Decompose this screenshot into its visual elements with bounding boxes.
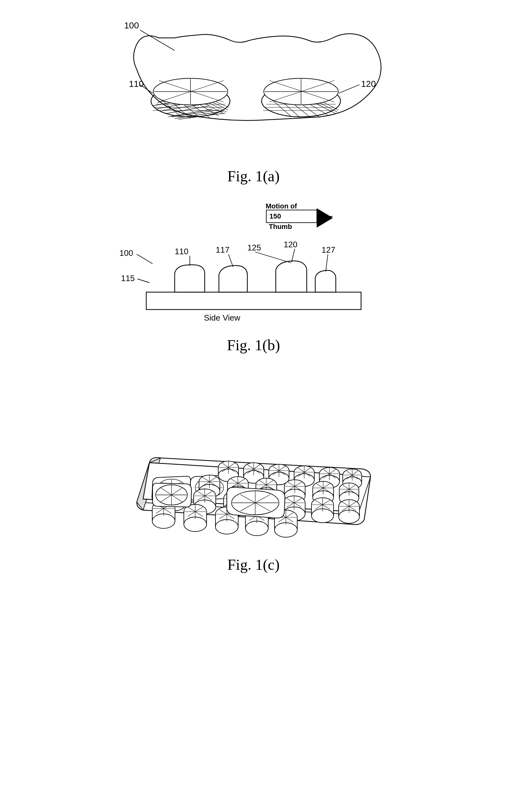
fig1c-label: Fig. 1(c)	[227, 556, 280, 573]
svg-line-0	[140, 30, 175, 51]
fig1c-section: Fig. 1(c)	[0, 363, 507, 583]
fig1a-section: 100 110 120	[0, 0, 507, 194]
svg-rect-54	[146, 292, 361, 309]
fig1a-label: Fig. 1(a)	[227, 167, 280, 185]
svg-point-281	[275, 523, 297, 537]
fig1b-label: Fig. 1(b)	[227, 336, 280, 354]
svg-line-59	[326, 254, 328, 272]
svg-line-48	[339, 84, 359, 93]
svg-line-53	[137, 279, 150, 283]
svg-point-263	[215, 520, 238, 534]
ref-120-label: 120	[361, 79, 376, 89]
fig1a-diagram: 100 110 120	[112, 13, 396, 164]
ref-115: 115	[121, 274, 134, 283]
thumb-text: Thumb	[269, 223, 292, 231]
svg-line-57	[255, 252, 291, 263]
ref-127: 127	[322, 245, 335, 254]
svg-line-52	[137, 254, 153, 264]
svg-marker-50	[317, 209, 333, 227]
motion-of-text: Motion of	[266, 202, 297, 210]
svg-line-56	[228, 254, 233, 267]
ref-100-label: 100	[124, 20, 139, 30]
page-container: 100 110 120	[0, 0, 507, 812]
ref-117: 117	[216, 245, 229, 254]
side-view-text: Side View	[204, 313, 240, 323]
svg-point-272	[245, 521, 268, 536]
fig1b-diagram: 150 Motion of Thumb 100 115	[112, 200, 396, 333]
fig1b-svg: 150 Motion of Thumb 100 115	[112, 200, 396, 333]
fig1c-diagram	[112, 369, 396, 553]
ref-110-b: 110	[175, 247, 188, 256]
fig1b-section: 150 Motion of Thumb 100 115	[0, 194, 507, 363]
svg-line-47	[140, 84, 153, 93]
ref-120-b: 120	[284, 240, 297, 249]
svg-line-58	[292, 249, 295, 262]
svg-point-254	[184, 517, 207, 531]
fig1a-svg: 100 110 120	[112, 13, 396, 164]
motion-text-150: 150	[270, 212, 281, 220]
ref-125: 125	[247, 243, 261, 252]
ref-100-b: 100	[119, 248, 133, 258]
svg-point-245	[152, 514, 175, 528]
fig1c-svg	[112, 369, 396, 546]
